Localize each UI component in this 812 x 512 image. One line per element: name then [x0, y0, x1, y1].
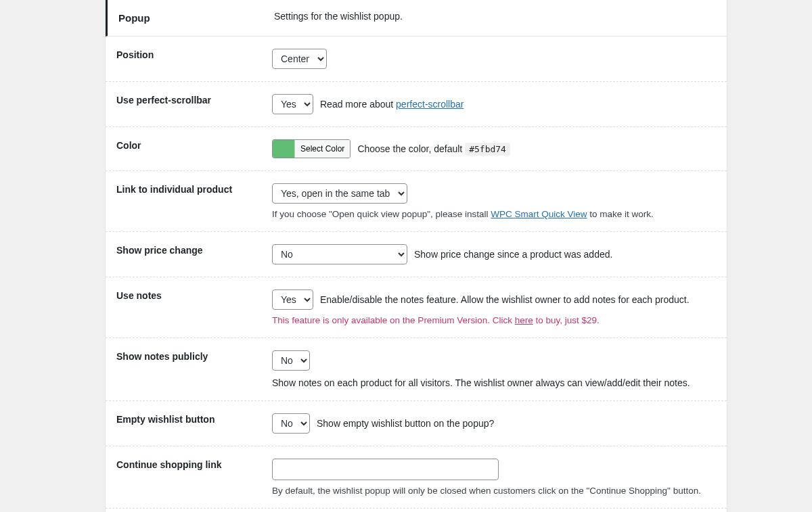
select-use-notes[interactable]: Yes — [272, 289, 313, 310]
row-continue-shopping: Continue shopping link By default, the w… — [106, 446, 727, 509]
continue-shopping-help: By default, the wishlist popup will only… — [272, 486, 716, 496]
label-price-change: Show price change — [116, 244, 272, 258]
select-position[interactable]: Center — [272, 49, 327, 69]
scrollbar-help-prefix: Read more about — [320, 99, 396, 110]
section-header-popup: Popup Settings for the wishlist popup. — [106, 0, 727, 37]
link-perfect-scrollbar[interactable]: perfect-scrollbar — [396, 99, 464, 110]
select-color-button[interactable]: Select Color — [294, 140, 350, 158]
row-position: Position Center — [106, 37, 727, 82]
link-wpc-quick-view[interactable]: WPC Smart Quick View — [491, 209, 587, 219]
label-notes-public: Show notes publicly — [116, 350, 272, 364]
label-empty-wishlist: Empty wishlist button — [116, 413, 272, 427]
label-link-individual: Link to individual product — [116, 183, 272, 197]
row-perfect-scrollbar: Use perfect-scrollbar Yes Read more abou… — [106, 82, 727, 127]
row-link-individual: Link to individual product Yes, open in … — [106, 171, 727, 232]
row-use-notes: Use notes Yes Enable/disable the notes f… — [106, 277, 727, 338]
label-perfect-scrollbar: Use perfect-scrollbar — [116, 94, 272, 108]
section-description: Settings for the wishlist popup. — [274, 11, 716, 22]
row-notes-public: Show notes publicly No Show notes on eac… — [106, 338, 727, 401]
select-notes-public[interactable]: No — [272, 350, 310, 371]
select-link-individual[interactable]: Yes, open in the same tab — [272, 183, 407, 204]
use-notes-help: Enable/disable the notes feature. Allow … — [320, 294, 690, 305]
premium-notice: This feature is only available on the Pr… — [272, 315, 716, 325]
section-title: Popup — [118, 11, 274, 25]
color-help-prefix: Choose the color, default — [357, 143, 465, 154]
link-individual-help-prefix: If you choose "Open quick view popup", p… — [272, 209, 491, 219]
row-empty-wishlist: Empty wishlist button No Show empty wish… — [106, 401, 727, 446]
color-picker[interactable]: Select Color — [272, 139, 351, 158]
color-swatch — [273, 140, 294, 158]
label-continue-shopping: Continue shopping link — [116, 459, 272, 472]
label-color: Color — [116, 139, 272, 153]
select-perfect-scrollbar[interactable]: Yes — [272, 94, 313, 114]
price-change-help: Show price change since a product was ad… — [414, 249, 612, 260]
input-continue-shopping[interactable] — [272, 459, 499, 480]
label-use-notes: Use notes — [116, 289, 272, 303]
select-empty-wishlist[interactable]: No — [272, 413, 310, 434]
label-position: Position — [116, 49, 272, 62]
row-suggested-products: Suggested products Show suggested produc… — [106, 509, 727, 512]
link-premium-here[interactable]: here — [515, 315, 533, 325]
notes-public-help: Show notes on each product for all visit… — [272, 377, 690, 388]
color-default-code: #5fbd74 — [465, 143, 510, 156]
link-individual-help-suffix: to make it work. — [587, 209, 654, 219]
select-price-change[interactable]: No — [272, 244, 407, 264]
row-price-change: Show price change No Show price change s… — [106, 232, 727, 277]
empty-wishlist-help: Show empty wishlist button on the popup? — [317, 418, 494, 429]
row-color: Color Select Color Choose the color, def… — [106, 127, 727, 171]
